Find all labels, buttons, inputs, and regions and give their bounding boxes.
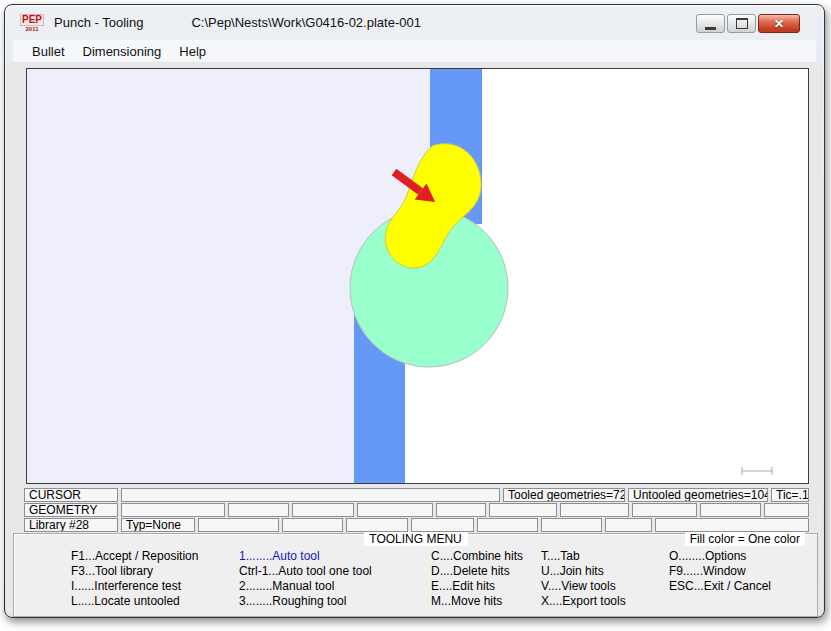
library-field <box>605 518 652 532</box>
geometry-field <box>357 503 433 517</box>
untooled-geometries-count: Untooled geometries=1044 <box>628 488 768 502</box>
menu-cmd-manual-tool[interactable]: 2........Manual tool <box>239 579 372 594</box>
menu-item-dimensioning[interactable]: Dimensioning <box>74 42 171 61</box>
menu-cmd-roughing-tool[interactable]: 3........Roughing tool <box>239 594 372 609</box>
drawing-canvas[interactable] <box>26 68 809 484</box>
app-logo-text: PEP <box>20 14 44 26</box>
maximize-button[interactable] <box>727 14 756 33</box>
menu-cmd-combine-hits[interactable]: C....Combine hits <box>431 549 523 564</box>
tic-value: Tic=.1 <box>771 488 809 502</box>
tooled-geometries-count: Tooled geometries=720 <box>503 488 625 502</box>
client-area: CURSOR Tooled geometries=720 Untooled ge… <box>6 63 823 616</box>
library-field <box>346 518 408 532</box>
nest-drawing <box>27 69 808 483</box>
menu-cmd-join-hits[interactable]: U...Join hits <box>541 564 626 579</box>
scale-tic-indicator <box>742 467 772 475</box>
minimize-icon <box>705 27 716 30</box>
menu-cmd-move-hits[interactable]: M...Move hits <box>431 594 523 609</box>
tooling-menu-panel: TOOLING MENU Fill color = One color F1..… <box>13 533 818 617</box>
menu-cmd-edit-hits[interactable]: E....Edit hits <box>431 579 523 594</box>
tooling-menu-column-4: T....Tab U...Join hits V....View tools X… <box>541 549 626 609</box>
close-button[interactable]: ✕ <box>758 14 800 33</box>
geometry-label: GEOMETRY <box>24 503 118 517</box>
geometry-field <box>121 503 225 517</box>
maximize-icon <box>736 18 748 29</box>
menu-cmd-accept-reposition[interactable]: F1...Accept / Reposition <box>71 549 198 564</box>
tooling-menu-title: TOOLING MENU <box>363 532 467 546</box>
app-logo-icon: PEP 2011 <box>19 12 45 34</box>
menu-cmd-interference-test[interactable]: I......Interference test <box>71 579 198 594</box>
menu-cmd-tab[interactable]: T....Tab <box>541 549 626 564</box>
menu-cmd-view-tools[interactable]: V....View tools <box>541 579 626 594</box>
library-field <box>477 518 538 532</box>
app-logo-subtext: 2011 <box>25 26 38 32</box>
menu-cmd-delete-hits[interactable]: D....Delete hits <box>431 564 523 579</box>
library-field <box>411 518 474 532</box>
library-field <box>198 518 279 532</box>
menu-cmd-locate-untooled[interactable]: L.....Locate untooled <box>71 594 198 609</box>
menu-bar: Bullet Dimensioning Help <box>13 40 816 63</box>
minimize-button[interactable] <box>696 14 725 33</box>
geometry-field <box>560 503 629 517</box>
cursor-label: CURSOR <box>24 488 118 502</box>
geometry-field <box>489 503 557 517</box>
tooling-menu-column-5: O........Options F9......Window ESC...Ex… <box>669 549 771 594</box>
menu-cmd-window[interactable]: F9......Window <box>669 564 771 579</box>
menu-item-bullet[interactable]: Bullet <box>23 42 74 61</box>
menu-cmd-export-tools[interactable]: X....Export tools <box>541 594 626 609</box>
geometry-field <box>436 503 486 517</box>
menu-cmd-exit-cancel[interactable]: ESC...Exit / Cancel <box>669 579 771 594</box>
menu-cmd-auto-tool[interactable]: 1........Auto tool <box>239 549 372 564</box>
status-area: CURSOR Tooled geometries=720 Untooled ge… <box>24 487 809 532</box>
menu-item-help[interactable]: Help <box>170 42 215 61</box>
window-controls: ✕ <box>696 14 800 33</box>
tooling-menu-column-1: F1...Accept / Reposition F3...Tool libra… <box>71 549 198 609</box>
geometry-field <box>292 503 354 517</box>
geometry-field <box>228 503 289 517</box>
cursor-row: CURSOR Tooled geometries=720 Untooled ge… <box>24 488 809 502</box>
file-path: C:\Pep\Nests\Work\G0416-02.plate-001 <box>191 15 421 30</box>
menu-cmd-tool-library[interactable]: F3...Tool library <box>71 564 198 579</box>
library-field <box>655 518 809 532</box>
title-bar[interactable]: PEP 2011 Punch - Tooling C:\Pep\Nests\Wo… <box>5 5 824 39</box>
cursor-value-field <box>121 488 500 502</box>
close-icon: ✕ <box>774 17 784 31</box>
library-field <box>282 518 343 532</box>
menu-cmd-auto-tool-one-tool[interactable]: Ctrl-1...Auto tool one tool <box>239 564 372 579</box>
geometry-field <box>700 503 761 517</box>
tool-type-field: Typ=None <box>121 518 195 532</box>
fill-color-note: Fill color = One color <box>685 532 805 546</box>
library-row: Library #28 Typ=None <box>24 518 809 532</box>
menu-cmd-options[interactable]: O........Options <box>669 549 771 564</box>
app-window: PEP 2011 Punch - Tooling C:\Pep\Nests\Wo… <box>4 4 825 618</box>
geometry-field <box>764 503 809 517</box>
library-label: Library #28 <box>24 518 118 532</box>
geometry-row: GEOMETRY <box>24 503 809 517</box>
library-field <box>541 518 602 532</box>
tooling-menu-column-2: 1........Auto tool Ctrl-1...Auto tool on… <box>239 549 372 609</box>
tooling-menu-column-3: C....Combine hits D....Delete hits E....… <box>431 549 523 609</box>
window-title: Punch - Tooling <box>54 15 143 30</box>
geometry-field <box>632 503 697 517</box>
